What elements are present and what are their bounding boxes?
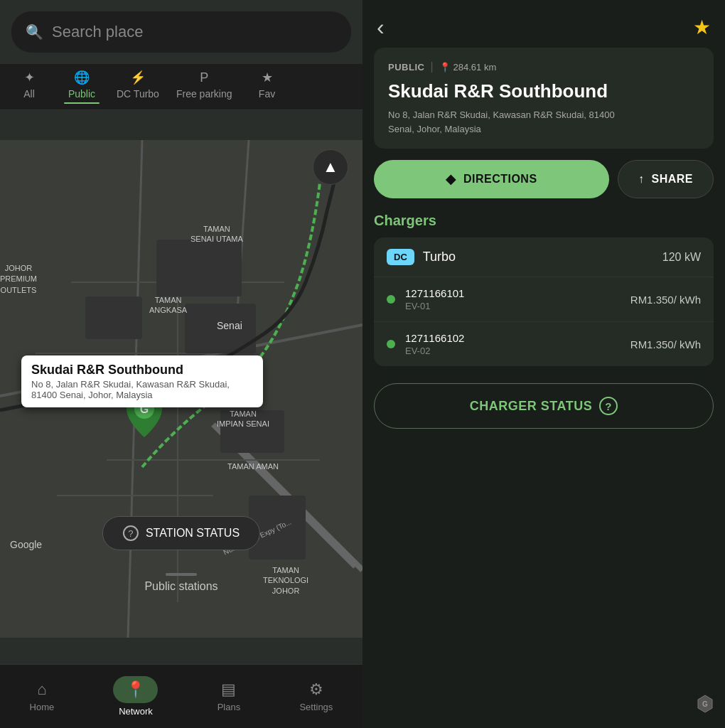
- bottom-nav: ⌂ Home 📍 Network ▤ Plans ⚙ Settings: [0, 664, 362, 728]
- dc-turbo-icon: ⚡: [130, 70, 146, 85]
- home-icon: ⌂: [37, 680, 46, 699]
- google-logo: Google: [10, 539, 42, 550]
- status-dot-1: [387, 295, 395, 304]
- charger-status-button[interactable]: CHARGER STATUS ?: [374, 383, 714, 429]
- search-bar[interactable]: 🔍 Search place: [11, 11, 351, 53]
- charger-info-2: 1271166102 EV-02: [405, 332, 630, 356]
- plans-icon: ▤: [221, 680, 236, 699]
- station-status-icon: ?: [123, 525, 139, 541]
- search-input-placeholder[interactable]: Search place: [52, 23, 143, 41]
- dc-badge: DC: [387, 249, 414, 265]
- meta-divider: |: [430, 60, 433, 73]
- filter-dc-turbo-label: DC Turbo: [117, 88, 159, 100]
- fav-icon: ★: [262, 70, 273, 85]
- nav-plans[interactable]: ▤ Plans: [218, 680, 241, 712]
- map-area[interactable]: TAMANSENAI UTAMA TAMANANGKASA Senai TAMA…: [0, 114, 362, 664]
- charger-card: DC Turbo 120 kW 1271166101 EV-01 RM1.350…: [374, 237, 714, 366]
- svg-rect-12: [220, 410, 284, 453]
- right-panel: ‹ ★ PUBLIC | 📍 284.61 km Skudai R&R Sout…: [362, 0, 725, 728]
- all-icon: ✦: [24, 70, 35, 85]
- nav-home-label: Home: [30, 702, 55, 712]
- back-button[interactable]: ‹: [377, 14, 385, 41]
- charger-id-1: 1271166101: [405, 287, 630, 299]
- share-label: SHARE: [651, 173, 693, 186]
- nav-settings[interactable]: ⚙ Settings: [299, 680, 333, 712]
- filter-all[interactable]: ✦ All: [11, 70, 47, 104]
- public-stations-bar: Public stations: [0, 573, 362, 593]
- filter-dc-turbo[interactable]: ⚡ DC Turbo: [117, 70, 159, 104]
- station-card: PUBLIC | 📍 284.61 km Skudai R&R Southbou…: [374, 48, 714, 149]
- charger-info-1: 1271166101 EV-01: [405, 287, 630, 311]
- nav-network-label: Network: [119, 706, 153, 717]
- public-icon: 🌐: [74, 70, 90, 85]
- share-icon: ↑: [638, 173, 645, 186]
- charger-sub-2: EV-02: [405, 346, 630, 356]
- directions-button[interactable]: ◆ DIRECTIONS: [374, 160, 609, 198]
- charger-connector-2[interactable]: 1271166102 EV-02 RM1.350/ kWh: [374, 322, 714, 366]
- charger-type-row: DC Turbo: [387, 249, 456, 265]
- compass-button[interactable]: ▲: [313, 149, 348, 185]
- search-icon: 🔍: [26, 23, 43, 41]
- drag-handle[interactable]: [166, 573, 197, 576]
- logo-icon: G: [695, 694, 715, 714]
- filter-public-label: Public: [68, 88, 95, 100]
- svg-text:G: G: [702, 700, 708, 708]
- left-panel: 🔍 Search place ✦ All 🌐 Public ⚡ DC Turbo…: [0, 0, 362, 728]
- station-address: No 8, Jalan R&R Skudai, Kawasan R&R Skud…: [388, 108, 699, 136]
- favorite-button[interactable]: ★: [693, 16, 711, 39]
- charger-status-help-icon: ?: [599, 397, 618, 415]
- share-button[interactable]: ↑ SHARE: [618, 160, 714, 198]
- charger-status-label: CHARGER STATUS: [470, 399, 592, 414]
- svg-rect-9: [156, 240, 242, 296]
- station-name: Skudai R&R Southbound: [388, 80, 699, 102]
- filter-free-parking-label: Free parking: [176, 88, 232, 100]
- popup-title: Skudai R&R Southbound: [31, 363, 253, 378]
- station-distance: 284.61 km: [453, 62, 497, 73]
- charger-connector-1[interactable]: 1271166101 EV-01 RM1.350/ kWh: [374, 277, 714, 322]
- nav-network[interactable]: 📍 Network: [113, 676, 158, 717]
- filter-fav[interactable]: ★ Fav: [249, 70, 285, 104]
- filter-free-parking[interactable]: P Free parking: [176, 70, 232, 104]
- charger-price-2: RM1.350/ kWh: [630, 338, 701, 350]
- settings-icon: ⚙: [309, 680, 323, 699]
- right-header: ‹ ★: [362, 0, 725, 48]
- public-stations-label: Public stations: [144, 580, 218, 593]
- chargers-section-label: Chargers: [362, 213, 725, 237]
- action-buttons: ◆ DIRECTIONS ↑ SHARE: [374, 160, 714, 198]
- station-address-line2: Senai, Johor, Malaysia: [388, 124, 481, 134]
- charger-header: DC Turbo 120 kW: [374, 237, 714, 277]
- station-distance-container: 📍 284.61 km: [439, 62, 497, 73]
- network-icon: 📍: [126, 680, 145, 699]
- popup-address: No 8, Jalan R&R Skudai, Kawasan R&R Skud…: [31, 379, 253, 400]
- public-badge: PUBLIC: [388, 62, 424, 73]
- nav-plans-label: Plans: [218, 702, 241, 712]
- station-status-button[interactable]: ? STATION STATUS: [102, 516, 260, 550]
- filter-bar: ✦ All 🌐 Public ⚡ DC Turbo P Free parking…: [0, 64, 362, 110]
- bottom-right-logo: G: [695, 694, 715, 718]
- station-meta: PUBLIC | 📍 284.61 km: [388, 60, 699, 73]
- charger-sub-1: EV-01: [405, 301, 630, 311]
- charger-price-1: RM1.350/ kWh: [630, 294, 701, 306]
- charger-power: 120 kW: [662, 251, 701, 264]
- nav-home[interactable]: ⌂ Home: [30, 680, 55, 712]
- svg-rect-10: [85, 296, 142, 339]
- directions-icon: ◆: [446, 171, 456, 187]
- filter-public[interactable]: 🌐 Public: [64, 70, 100, 104]
- station-address-line1: No 8, Jalan R&R Skudai, Kawasan R&R Skud…: [388, 109, 615, 120]
- location-icon: 📍: [439, 62, 451, 73]
- station-status-label: STATION STATUS: [146, 527, 240, 540]
- filter-fav-label: Fav: [259, 88, 275, 100]
- charger-id-2: 1271166102: [405, 332, 630, 344]
- free-parking-icon: P: [200, 70, 208, 85]
- charger-type-name: Turbo: [423, 250, 456, 264]
- nav-settings-label: Settings: [299, 702, 333, 712]
- directions-label: DIRECTIONS: [463, 173, 537, 186]
- map-popup: Skudai R&R Southbound No 8, Jalan R&R Sk…: [21, 355, 263, 407]
- status-dot-2: [387, 340, 395, 348]
- filter-all-label: All: [23, 88, 35, 100]
